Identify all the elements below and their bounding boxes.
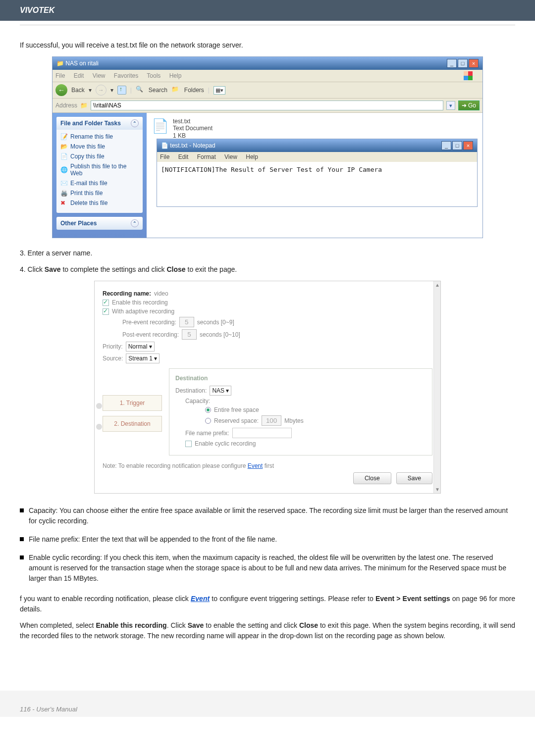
menu-help[interactable]: Help [169, 72, 182, 79]
entire-space-radio[interactable] [205, 407, 211, 413]
bullet-capacity: Capacity: You can choose either the enti… [20, 505, 515, 526]
menu-view[interactable]: View [93, 72, 106, 79]
move-icon: 📂 [60, 143, 67, 150]
entire-space-label: Entire free space [214, 406, 259, 413]
bullet-cyclic: Enable cyclic recording: If you check th… [20, 553, 515, 584]
np-menu-edit[interactable]: Edit [178, 153, 189, 160]
address-input[interactable] [91, 101, 443, 110]
step-trigger[interactable]: 1. Trigger [103, 395, 162, 411]
windows-logo-icon [464, 71, 473, 80]
final-paragraph: When completed, select Enable this recor… [20, 620, 515, 641]
task-copy[interactable]: 📄Copy this file [60, 151, 139, 161]
pre-event-hint: seconds [0~9] [197, 319, 234, 326]
file-name: test.txt [173, 118, 190, 125]
bullet-file-prefix: File name prefix: Enter the text that wi… [20, 534, 515, 545]
priority-select[interactable]: Normal ▾ [126, 342, 155, 352]
explorer-titlebar: 📁 NAS on ritali _ □ × [53, 57, 482, 70]
pre-event-label: Pre-event recording: [122, 319, 176, 326]
np-menu-view[interactable]: View [224, 153, 237, 160]
search-label[interactable]: Search [149, 87, 167, 94]
cyclic-recording-label: Enable cyclic recording [195, 440, 256, 447]
np-menu-format[interactable]: Format [197, 153, 216, 160]
priority-label: Priority: [103, 343, 123, 350]
cyclic-recording-checkbox[interactable] [185, 441, 192, 447]
close-button[interactable]: Close [353, 472, 391, 484]
np-menu-help[interactable]: Help [246, 153, 258, 160]
header-divider [20, 25, 515, 25]
copy-icon: 📄 [60, 153, 67, 160]
views-icon[interactable]: ▦▾ [214, 86, 225, 95]
enable-recording-checkbox[interactable] [103, 300, 109, 306]
save-button[interactable]: Save [396, 472, 432, 484]
collapse-icon[interactable]: ⌃ [131, 119, 139, 127]
publish-icon: 🌐 [60, 166, 67, 173]
page-footer: 116 - User's Manual [0, 691, 535, 717]
tasks-list: 📝Rename this file 📂Move this file 📄Copy … [56, 130, 143, 213]
up-folder-icon[interactable] [117, 86, 126, 95]
adaptive-recording-checkbox[interactable] [103, 308, 109, 315]
reserved-space-input[interactable] [262, 415, 281, 426]
task-publish[interactable]: 🌐Publish this file to the Web [60, 161, 139, 178]
destination-panel: Destination Destination: NAS ▾ Capacity:… [169, 368, 432, 455]
address-label: Address [55, 102, 77, 109]
post-event-hint: seconds [0~10] [200, 331, 240, 338]
capacity-label: Capacity: [185, 398, 210, 404]
np-menu-file[interactable]: File [160, 153, 169, 160]
notepad-minimize-button[interactable]: _ [441, 141, 451, 150]
address-bar: Address 📁 ▾ ➜ Go [53, 99, 482, 113]
task-print[interactable]: 🖨️Print this file [60, 188, 139, 198]
explorer-title-text: 📁 NAS on ritali [56, 60, 99, 67]
recording-note: Note: To enable recording notification p… [103, 462, 432, 469]
back-button-icon[interactable]: ← [55, 84, 67, 96]
recording-name-label: Recording name: [103, 290, 151, 297]
email-icon: ✉️ [60, 180, 67, 187]
collapse-icon[interactable]: ⌃ [131, 219, 139, 227]
intro-paragraph: If successful, you will receive a test.t… [20, 40, 515, 50]
menu-file[interactable]: File [55, 72, 65, 79]
forward-button-icon[interactable]: → [96, 85, 107, 96]
enable-recording-label: Enable this recording [112, 299, 168, 306]
explorer-toolbar: ← Back ▾ → ▾ | Search Folders | ▦▾ [53, 82, 482, 99]
other-places-header[interactable]: Other Places ⌃ [56, 217, 143, 230]
event-link-body[interactable]: Event [191, 595, 210, 603]
menu-edit[interactable]: Edit [74, 72, 84, 79]
file-prefix-input[interactable] [232, 428, 292, 438]
scrollbar[interactable] [433, 281, 440, 493]
notepad-close-button[interactable]: × [463, 141, 473, 150]
notepad-maximize-button[interactable]: □ [452, 141, 462, 150]
pre-event-input[interactable] [179, 317, 194, 327]
reserved-space-unit: Mbytes [284, 417, 304, 424]
folders-label[interactable]: Folders [184, 87, 204, 94]
menu-favorites[interactable]: Favorites [114, 72, 138, 79]
page-header: VIVOTEK [0, 0, 535, 21]
file-test-txt[interactable]: 📄 test.txt Text Document 1 KB [152, 118, 478, 139]
notepad-content[interactable]: [NOTIFICATION]The Result of Server Test … [157, 162, 477, 206]
task-email[interactable]: ✉️E-mail this file [60, 178, 139, 188]
go-button[interactable]: ➜ Go [458, 101, 480, 110]
close-button[interactable]: × [469, 59, 479, 68]
notepad-menubar: File Edit Format View Help [157, 152, 477, 162]
menu-tools[interactable]: Tools [147, 72, 160, 79]
post-event-label: Post-event recording: [122, 331, 179, 338]
task-rename[interactable]: 📝Rename this file [60, 132, 139, 142]
explorer-side-panel: File and Folder Tasks ⌃ 📝Rename this fil… [53, 113, 147, 238]
source-label: Source: [103, 355, 123, 362]
event-link[interactable]: Event [248, 462, 263, 469]
folders-icon[interactable] [171, 86, 180, 95]
maximize-button[interactable]: □ [458, 59, 468, 68]
reserved-space-label: Reserved space: [214, 417, 259, 424]
file-folder-tasks-header[interactable]: File and Folder Tasks ⌃ [56, 117, 143, 130]
delete-icon: ✖ [60, 200, 67, 206]
reserved-space-radio[interactable] [205, 418, 211, 424]
destination-select[interactable]: NAS ▾ [210, 386, 231, 396]
post-event-input[interactable] [182, 329, 197, 340]
minimize-button[interactable]: _ [447, 59, 457, 68]
task-delete[interactable]: ✖Delete this file [60, 198, 139, 208]
step-destination[interactable]: 2. Destination [103, 416, 162, 432]
address-dropdown-icon[interactable]: ▾ [446, 101, 455, 110]
notepad-title: 📄 test.txt - Notepad [161, 142, 215, 149]
back-label[interactable]: Back [71, 87, 85, 94]
source-select[interactable]: Stream 1 ▾ [126, 353, 160, 363]
task-move[interactable]: 📂Move this file [60, 142, 139, 151]
search-icon[interactable] [136, 86, 145, 95]
